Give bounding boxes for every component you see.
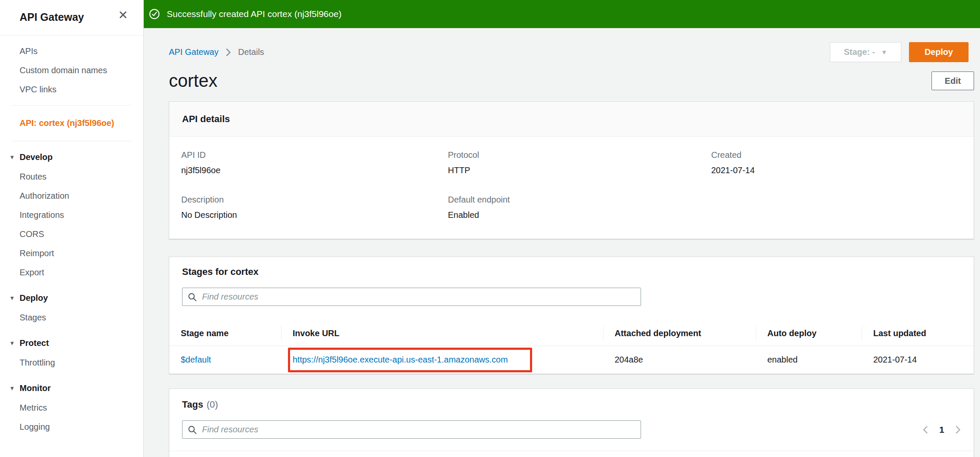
chevron-down-icon: ▼ [9, 295, 20, 301]
field-value: Enabled [448, 210, 711, 220]
sidebar-item-authorization[interactable]: Authorization [0, 186, 143, 206]
sidebar-item-stages[interactable]: Stages [0, 308, 143, 327]
page-number[interactable]: 1 [939, 425, 944, 435]
sidebar-header: API Gateway ✕ [0, 0, 143, 36]
stages-table-header: Stage name Invoke URL Attached deploymen… [169, 321, 974, 346]
stage-name-link[interactable]: $default [181, 355, 211, 364]
sidebar-section-label: Deploy [20, 293, 48, 303]
tags-table-divider [169, 451, 974, 451]
field-label: Created [711, 150, 961, 160]
field-protocol: Protocol HTTP [448, 150, 711, 175]
sidebar-item-metrics[interactable]: Metrics [0, 398, 143, 417]
column-attached-deployment: Attached deployment [603, 321, 756, 346]
column-last-updated: Last updated [862, 321, 974, 346]
field-value: No Description [181, 210, 448, 220]
field-description: Description No Description [181, 195, 448, 220]
page-title: cortex [169, 71, 217, 91]
field-api-id: API ID nj3f5l96oe [181, 150, 448, 175]
stages-title: Stages for cortex [169, 266, 974, 277]
sidebar-section-protect[interactable]: ▼ Protect [0, 333, 143, 353]
sidebar-section-deploy[interactable]: ▼ Deploy [0, 288, 143, 308]
breadcrumb-api-gateway[interactable]: API Gateway [169, 47, 219, 57]
stages-card: Stages for cortex Stage name Invoke URL … [169, 257, 974, 374]
chevron-down-icon: ▼ [9, 385, 20, 391]
tags-count: (0) [207, 399, 218, 410]
sidebar-item-apis[interactable]: APIs [0, 42, 143, 61]
field-label: Description [181, 195, 448, 205]
sidebar-item-routes[interactable]: Routes [0, 167, 143, 186]
sidebar-item-throttling[interactable]: Throttling [0, 353, 143, 372]
chevron-down-icon: ▼ [9, 154, 20, 160]
edit-button[interactable]: Edit [932, 71, 974, 90]
sidebar-title: API Gateway [20, 11, 131, 23]
breadcrumb: API Gateway Details Stage: - ▼ Deploy [169, 42, 974, 62]
chevron-down-icon: ▼ [881, 49, 887, 56]
column-stage-name: Stage name [169, 321, 281, 346]
pagination: 1 [923, 425, 974, 435]
main-area: Successfully created API cortex (nj3f5l9… [144, 0, 980, 457]
sidebar-item-export[interactable]: Export [0, 263, 143, 282]
chevron-right-icon [225, 48, 231, 57]
sidebar-divider [12, 141, 131, 141]
field-value: nj3f5l96oe [181, 166, 448, 175]
title-row: cortex Edit [169, 71, 974, 91]
sidebar-item-reimport[interactable]: Reimport [0, 244, 143, 263]
sidebar-section-label: Protect [20, 338, 49, 348]
sidebar-section-label: Develop [20, 152, 53, 162]
sidebar-item-logging[interactable]: Logging [0, 417, 143, 437]
field-value: 2021-07-14 [711, 166, 961, 175]
page-previous-icon[interactable] [923, 426, 928, 434]
success-banner: Successfully created API cortex (nj3f5l9… [144, 0, 980, 28]
stages-search [182, 288, 641, 306]
table-row: $default https://nj3f5l96oe.execute-api.… [169, 346, 974, 374]
field-default-endpoint: Default endpoint Enabled [448, 195, 711, 220]
deploy-button[interactable]: Deploy [909, 42, 969, 62]
column-invoke-url: Invoke URL [281, 321, 603, 346]
tags-row: 1 [169, 410, 974, 439]
close-icon[interactable]: ✕ [118, 9, 128, 21]
api-details-card: API details API ID nj3f5l96oe Protocol H… [169, 101, 974, 239]
sidebar-item-vpc-links[interactable]: VPC links [0, 80, 143, 99]
breadcrumb-current: Details [238, 47, 264, 57]
tags-card: Tags(0) 1 [169, 388, 974, 457]
field-label: Protocol [448, 150, 711, 160]
content: API Gateway Details Stage: - ▼ Deploy co… [144, 28, 980, 457]
search-icon [188, 425, 197, 434]
search-icon [188, 292, 197, 302]
sidebar: API Gateway ✕ APIs Custom domain names V… [0, 0, 144, 457]
stages-search-input[interactable] [202, 292, 635, 302]
field-label: Default endpoint [448, 195, 711, 205]
header-actions: Stage: - ▼ Deploy [830, 42, 974, 62]
auto-deploy-value: enabled [756, 355, 862, 365]
stage-select-button[interactable]: Stage: - ▼ [830, 42, 901, 62]
banner-message: Successfully created API cortex (nj3f5l9… [167, 9, 342, 19]
tags-search [182, 420, 641, 439]
last-updated-value: 2021-07-14 [862, 355, 974, 365]
field-value: HTTP [448, 166, 711, 175]
sidebar-item-cors[interactable]: CORS [0, 225, 143, 244]
sidebar-active-api[interactable]: API: cortex (nj3f5l96oe) [0, 111, 143, 135]
chevron-down-icon: ▼ [9, 340, 20, 346]
attached-deployment-value: 204a8e [603, 355, 756, 365]
sidebar-item-custom-domain-names[interactable]: Custom domain names [0, 61, 143, 80]
api-details-body: API ID nj3f5l96oe Protocol HTTP Created … [169, 137, 974, 239]
column-auto-deploy: Auto deploy [756, 321, 862, 346]
invoke-url-link[interactable]: https://nj3f5l96oe.execute-api.us-east-1… [293, 355, 508, 364]
tags-title-text: Tags [182, 399, 203, 410]
field-label: API ID [181, 150, 448, 160]
sidebar-item-integrations[interactable]: Integrations [0, 206, 143, 225]
sidebar-section-monitor[interactable]: ▼ Monitor [0, 378, 143, 398]
sidebar-divider [12, 105, 131, 106]
field-created: Created 2021-07-14 [711, 150, 961, 175]
sidebar-section-label: Monitor [20, 383, 51, 393]
tags-search-input[interactable] [202, 425, 635, 434]
sidebar-nav: APIs Custom domain names VPC links API: … [0, 36, 143, 437]
check-circle-icon [149, 9, 160, 20]
stage-select-label: Stage: - [844, 47, 875, 57]
api-gateway-console: API Gateway ✕ APIs Custom domain names V… [0, 0, 980, 457]
tags-title: Tags(0) [169, 399, 974, 410]
api-details-title: API details [169, 102, 974, 137]
page-next-icon[interactable] [955, 426, 961, 434]
stages-table: Stage name Invoke URL Attached deploymen… [169, 321, 974, 374]
sidebar-section-develop[interactable]: ▼ Develop [0, 147, 143, 167]
